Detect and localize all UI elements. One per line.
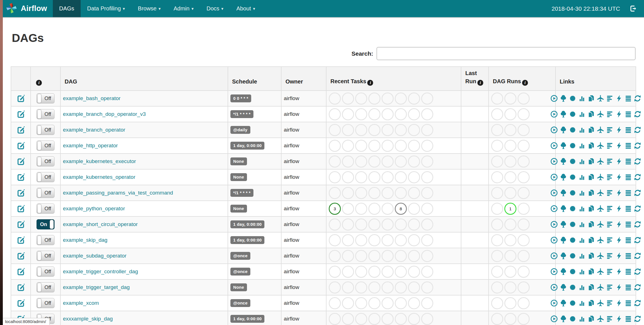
graph-view-icon[interactable]: [569, 95, 576, 102]
graph-view-icon[interactable]: [569, 252, 576, 259]
landing-times-icon[interactable]: [597, 221, 604, 228]
dag-run-circle[interactable]: [491, 250, 503, 262]
graph-view-icon[interactable]: [569, 284, 576, 291]
dag-run-circle[interactable]: [491, 218, 503, 231]
task-state-circle[interactable]: [342, 203, 354, 215]
refresh-icon[interactable]: [634, 268, 641, 275]
dag-run-circle[interactable]: [518, 234, 530, 246]
graph-view-icon[interactable]: [569, 236, 576, 244]
dag-run-circle[interactable]: [491, 140, 503, 152]
task-duration-icon[interactable]: [578, 268, 586, 275]
task-state-circle[interactable]: [355, 108, 367, 120]
landing-times-icon[interactable]: [597, 252, 604, 259]
trigger-dag-icon[interactable]: [550, 315, 558, 322]
airflow-brand[interactable]: Airflow: [3, 0, 53, 17]
task-state-circle[interactable]: [408, 140, 420, 152]
task-state-circle[interactable]: [408, 203, 420, 215]
gantt-view-icon[interactable]: [606, 126, 613, 134]
task-state-circle[interactable]: [342, 140, 354, 152]
task-state-circle[interactable]: [408, 250, 420, 262]
task-state-circle[interactable]: [355, 234, 367, 246]
dag-pause-toggle[interactable]: Off: [37, 93, 55, 103]
dag-name-link[interactable]: example_passing_params_via_test_command: [63, 190, 173, 196]
task-state-circle[interactable]: [421, 313, 433, 325]
landing-times-icon[interactable]: [597, 95, 604, 102]
landing-times-icon[interactable]: [597, 189, 604, 197]
task-duration-icon[interactable]: [578, 205, 586, 212]
task-tries-icon[interactable]: [588, 268, 595, 275]
task-duration-icon[interactable]: [578, 315, 586, 322]
landing-times-icon[interactable]: [597, 236, 604, 244]
gantt-view-icon[interactable]: [606, 173, 613, 181]
task-duration-icon[interactable]: [578, 252, 586, 259]
task-state-circle[interactable]: [421, 203, 433, 215]
task-state-circle[interactable]: [368, 234, 380, 246]
refresh-icon[interactable]: [634, 173, 641, 181]
task-state-circle[interactable]: [355, 313, 367, 325]
task-state-circle[interactable]: [368, 313, 380, 325]
graph-view-icon[interactable]: [569, 158, 576, 165]
dag-run-circle[interactable]: [518, 218, 530, 231]
code-view-icon[interactable]: [615, 315, 623, 322]
dag-pause-toggle[interactable]: Off: [37, 235, 55, 245]
dag-run-circle[interactable]: [504, 171, 516, 183]
task-duration-icon[interactable]: [578, 158, 586, 165]
task-state-circle[interactable]: [329, 155, 341, 168]
edit-dag-icon[interactable]: [17, 189, 25, 195]
edit-dag-icon[interactable]: [17, 268, 25, 274]
code-view-icon[interactable]: [615, 236, 623, 244]
nav-item-docs[interactable]: Docs ▾: [200, 0, 230, 17]
dag-run-circle[interactable]: [504, 187, 516, 199]
logs-icon[interactable]: [625, 110, 632, 118]
task-state-circle[interactable]: [368, 187, 380, 199]
task-state-circle[interactable]: 8: [395, 203, 407, 215]
task-tries-icon[interactable]: [588, 158, 595, 165]
tree-view-icon[interactable]: [560, 221, 567, 228]
task-state-circle[interactable]: [421, 140, 433, 152]
dag-pause-toggle[interactable]: Off: [37, 298, 55, 308]
task-state-circle[interactable]: [421, 234, 433, 246]
task-tries-icon[interactable]: [588, 236, 595, 244]
task-state-circle[interactable]: [342, 187, 354, 199]
nav-item-dags[interactable]: DAGs: [53, 0, 81, 17]
code-view-icon[interactable]: [615, 252, 623, 259]
graph-view-icon[interactable]: [569, 205, 576, 212]
task-state-circle[interactable]: [342, 266, 354, 278]
task-state-circle[interactable]: [355, 281, 367, 294]
task-state-circle[interactable]: [408, 92, 420, 105]
logs-icon[interactable]: [625, 236, 632, 244]
task-state-circle[interactable]: [329, 124, 341, 136]
landing-times-icon[interactable]: [597, 299, 604, 307]
task-state-circle[interactable]: [382, 234, 394, 246]
code-view-icon[interactable]: [615, 284, 623, 291]
landing-times-icon[interactable]: [597, 315, 604, 322]
task-state-circle[interactable]: [342, 297, 354, 309]
dag-name-link[interactable]: example_skip_dag: [63, 237, 107, 243]
task-state-circle[interactable]: [408, 155, 420, 168]
tree-view-icon[interactable]: [560, 110, 567, 118]
gantt-view-icon[interactable]: [606, 252, 613, 259]
dag-run-circle[interactable]: [518, 108, 530, 120]
task-state-circle[interactable]: [342, 108, 354, 120]
tree-view-icon[interactable]: [560, 95, 567, 102]
trigger-dag-icon[interactable]: [550, 189, 558, 197]
task-state-circle[interactable]: [408, 297, 420, 309]
task-state-circle[interactable]: [382, 155, 394, 168]
task-state-circle[interactable]: [382, 124, 394, 136]
dag-run-circle[interactable]: [518, 266, 530, 278]
dag-run-circle[interactable]: [518, 297, 530, 309]
dag-run-circle[interactable]: [518, 187, 530, 199]
code-view-icon[interactable]: [615, 205, 623, 212]
dag-pause-toggle[interactable]: Off: [37, 282, 55, 292]
dag-name-link[interactable]: example_subdag_operator: [63, 253, 126, 259]
task-tries-icon[interactable]: [588, 110, 595, 118]
task-state-circle[interactable]: [329, 92, 341, 105]
task-state-circle[interactable]: [329, 250, 341, 262]
edit-dag-icon[interactable]: [17, 95, 25, 101]
refresh-icon[interactable]: [634, 126, 641, 134]
refresh-icon[interactable]: [634, 189, 641, 197]
tree-view-icon[interactable]: [560, 299, 567, 307]
task-state-circle[interactable]: [421, 250, 433, 262]
graph-view-icon[interactable]: [569, 142, 576, 149]
logs-icon[interactable]: [625, 142, 632, 149]
